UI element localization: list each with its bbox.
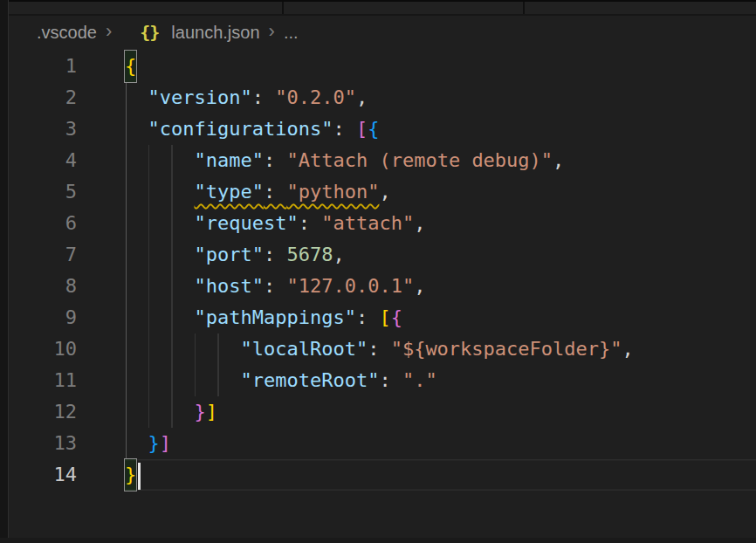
code-line[interactable]: "port": 5678, [125, 239, 756, 271]
indent-guide [148, 333, 150, 365]
code-token: : [333, 118, 356, 140]
code-token: "port" [194, 244, 263, 265]
line-number[interactable]: 6 [9, 208, 125, 239]
json-file-icon: {} [140, 22, 159, 43]
code-line[interactable]: "type": "python", [125, 176, 756, 208]
tab-separator [523, 2, 525, 14]
indent-guide [126, 176, 127, 208]
breadcrumb-folder[interactable]: .vscode [37, 23, 97, 43]
code-token: : [299, 212, 322, 234]
indent-guide [171, 208, 173, 239]
line-number[interactable]: 12 [9, 396, 125, 428]
indent-guide [148, 302, 150, 333]
code-line[interactable]: }] [125, 428, 756, 459]
indent-guide [171, 302, 173, 333]
code-token: } [148, 432, 159, 454]
breadcrumb-symbol-more[interactable]: ... [284, 23, 299, 43]
indent-guide [148, 176, 150, 208]
window-bottom-edge [0, 538, 756, 543]
code-line-row: 9"pathMappings": [{ [9, 302, 756, 333]
indent-guide [195, 333, 196, 365]
code-line[interactable]: "localRoot": "${workspaceFolder}", [125, 333, 756, 365]
code-line[interactable]: { [125, 51, 756, 82]
code-token: "0.2.0" [275, 86, 356, 108]
line-number[interactable]: 11 [9, 365, 125, 396]
indent-guide [171, 333, 173, 365]
code-line[interactable]: }] [125, 396, 756, 428]
indent-guide [148, 271, 150, 302]
code-token: , [379, 181, 390, 203]
code-token: "name" [194, 149, 263, 171]
chevron-right-icon: › [269, 22, 275, 41]
code-token: { [391, 306, 402, 328]
code-line-row: 5"type": "python", [9, 176, 756, 208]
code-token: : [368, 338, 391, 360]
code-line-row: 13}] [9, 428, 756, 459]
indent-guide [148, 145, 150, 176]
code-token: "remoteRoot" [240, 369, 379, 391]
code-token: "configurations" [148, 118, 333, 140]
code-line[interactable]: } [125, 459, 756, 491]
indent-guide [171, 271, 173, 302]
code-token: "version" [148, 86, 251, 108]
sidebar-edge [0, 0, 9, 543]
line-number[interactable]: 4 [9, 145, 125, 176]
code-line-row: 2"version": "0.2.0", [9, 82, 756, 113]
code-line[interactable]: "request": "attach", [125, 208, 756, 239]
code-line[interactable]: "host": "127.0.0.1", [125, 271, 756, 302]
code-line-row: 1{ [9, 51, 756, 82]
indent-guide [126, 239, 127, 271]
code-line-row: 7"port": 5678, [9, 239, 756, 271]
code-token: "." [402, 369, 437, 391]
indent-guide [126, 396, 127, 428]
indent-guide [126, 365, 127, 396]
warning-squiggle: "type": "python" [194, 181, 379, 203]
code-token: "python" [286, 181, 379, 203]
code-line-row: 11"remoteRoot": "." [9, 365, 756, 396]
line-number[interactable]: 2 [9, 82, 125, 113]
code-token: ] [206, 401, 217, 423]
line-number[interactable]: 14 [9, 459, 125, 491]
code-token: : [356, 306, 380, 328]
editor-group: .vscode › {} launch.json › ... 1{2"versi… [9, 0, 756, 543]
code-token: "type" [194, 181, 263, 203]
indent-guide [171, 145, 173, 176]
breadcrumb: .vscode › {} launch.json › ... [9, 16, 756, 49]
code-token: [ [356, 118, 368, 140]
code-token: : [264, 244, 287, 265]
line-number[interactable]: 7 [9, 239, 125, 271]
code-token: : [252, 86, 276, 108]
code-token: ] [160, 432, 171, 454]
code-token: "attach" [321, 212, 414, 234]
line-number[interactable]: 13 [9, 428, 125, 459]
tab-bar-edge [9, 0, 756, 16]
code-line[interactable]: "version": "0.2.0", [125, 82, 756, 113]
bracket-match: } [125, 459, 136, 491]
indent-guide [126, 302, 127, 333]
editor-code[interactable]: 1{2"version": "0.2.0",3"configurations":… [9, 49, 756, 491]
line-number[interactable]: 3 [9, 113, 125, 145]
code-line-row: 3"configurations": [{ [9, 113, 756, 145]
indent-guide [148, 208, 150, 239]
indent-guide [126, 428, 127, 459]
code-token: [ [379, 306, 390, 328]
line-number[interactable]: 8 [9, 271, 125, 302]
indent-guide [195, 365, 196, 396]
line-number[interactable]: 9 [9, 302, 125, 333]
code-line[interactable]: "remoteRoot": "." [125, 365, 756, 396]
code-line[interactable]: "pathMappings": [{ [125, 302, 756, 333]
code-token: , [414, 275, 425, 297]
code-line[interactable]: "name": "Attach (remote debug)", [125, 145, 756, 176]
indent-guide [148, 365, 150, 396]
indent-guide [126, 145, 127, 176]
line-number[interactable]: 1 [9, 51, 125, 82]
code-line-row: 4"name": "Attach (remote debug)", [9, 145, 756, 176]
code-token: { [368, 118, 379, 140]
code-token: } [194, 401, 205, 423]
code-token: : [264, 275, 287, 297]
breadcrumb-file[interactable]: launch.json [171, 23, 259, 43]
line-number[interactable]: 5 [9, 176, 125, 208]
line-number[interactable]: 10 [9, 333, 125, 365]
code-line[interactable]: "configurations": [{ [125, 113, 756, 145]
bracket-match: { [125, 51, 136, 82]
